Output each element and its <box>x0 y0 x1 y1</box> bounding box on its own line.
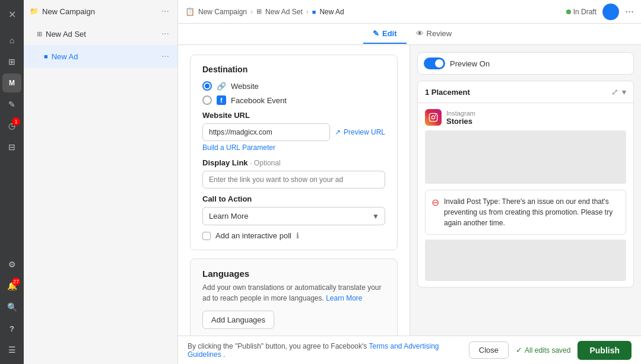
destination-title: Destination <box>202 65 385 74</box>
preview-image-bottom <box>425 240 626 281</box>
placement-title: 1 Placement <box>425 88 470 97</box>
cta-label: Call to Action <box>202 194 385 203</box>
breadcrumb-new-ad: New Ad <box>319 8 344 16</box>
poll-row: Add an interactive poll ℹ <box>202 231 385 240</box>
destination-fb-event-row[interactable]: f Facebook Event <box>202 95 385 105</box>
placement-container: 1 Placement ⤢ ▾ <box>417 81 634 288</box>
languages-description: Add your own translations or automatical… <box>202 282 385 304</box>
learn-more-link[interactable]: Learn More <box>326 294 362 302</box>
ad-set-label: New Ad Set <box>46 30 156 39</box>
avatar[interactable] <box>602 4 619 20</box>
fb-event-label: Facebook Event <box>231 96 287 105</box>
ad-set-icon: ⊞ <box>37 30 42 38</box>
bottom-bar: By clicking the "Publish" button, you ag… <box>178 336 641 364</box>
preview-url-button[interactable]: ↗ Preview URL <box>335 128 385 136</box>
svg-rect-0 <box>429 113 437 121</box>
saved-label: All edits saved <box>525 346 570 355</box>
ig-type-label: Stories <box>446 117 475 126</box>
search-icon[interactable]: 🔍 <box>2 298 21 317</box>
preview-image-top <box>425 130 626 184</box>
poll-checkbox[interactable] <box>202 232 211 240</box>
settings-icon[interactable]: ⚙ <box>2 255 21 274</box>
close-button[interactable]: Close <box>469 341 509 359</box>
tab-edit[interactable]: ✎ Edit <box>363 24 407 44</box>
build-url-param-link[interactable]: Build a URL Parameter <box>202 143 275 152</box>
ad-set-more-btn[interactable]: ··· <box>159 27 172 40</box>
display-link-input[interactable] <box>202 171 385 189</box>
website-url-input[interactable] <box>202 123 330 141</box>
breadcrumb-sep2: › <box>306 8 309 16</box>
error-row: ⊖ Invalid Post Type: There's an issue on… <box>425 190 626 235</box>
languages-section: Languages Add your own translations or a… <box>190 258 398 336</box>
folder-icon: 📁 <box>30 7 39 15</box>
chevron-down-icon[interactable]: ▾ <box>622 87 626 97</box>
display-link-label: Display Link · Optional <box>202 158 385 167</box>
preview-url-label: Preview URL <box>344 128 385 136</box>
breadcrumb: 📋 New Campaign › ⊞ New Ad Set › ■ New Ad <box>185 7 344 16</box>
breadcrumb-ad-set[interactable]: New Ad Set <box>265 8 303 16</box>
breadcrumb-sep1: › <box>250 8 253 16</box>
saved-indicator: ✓ All edits saved <box>516 346 570 355</box>
home-icon[interactable]: ⌂ <box>2 31 21 50</box>
svg-point-1 <box>431 116 434 119</box>
preview-panel: Preview On 1 Placement ⤢ ▾ <box>410 45 641 336</box>
link-icon: 🔗 <box>217 82 226 91</box>
campaign-item-new-ad-set[interactable]: ⊞ New Ad Set ··· <box>24 23 177 45</box>
destination-section: Destination 🔗 Website f Facebook Event W… <box>190 55 398 250</box>
placement-body: Instagram Stories ⊖ Invalid Post Type: T… <box>417 103 634 288</box>
campaign-panel: 📁 New Campaign ··· ⊞ New Ad Set ··· ■ Ne… <box>24 0 178 364</box>
checkmark-icon: ✓ <box>516 346 522 355</box>
review-tab-label: Review <box>427 29 452 38</box>
campaign-item-new-campaign[interactable]: 📁 New Campaign ··· <box>24 0 177 23</box>
new-ad-breadcrumb-icon: ■ <box>312 8 316 15</box>
edit-tab-label: Edit <box>382 29 397 38</box>
destination-radio-group: 🔗 Website f Facebook Event <box>202 81 385 105</box>
edit-icon[interactable]: ✎ <box>2 95 21 114</box>
form-area: Destination 🔗 Website f Facebook Event W… <box>178 45 410 336</box>
breadcrumb-campaign[interactable]: New Campaign <box>198 8 247 16</box>
new-ad-icon: ■ <box>44 53 48 60</box>
cta-select[interactable]: Learn More Shop Now Sign Up Contact Us B… <box>202 207 385 225</box>
preview-toggle[interactable] <box>424 58 445 69</box>
languages-title: Languages <box>202 269 385 279</box>
campaign-item-new-ad[interactable]: ■ New Ad ··· <box>24 45 177 68</box>
user-icon[interactable]: M <box>2 74 21 92</box>
campaign-item-label: New Campaign <box>42 7 156 16</box>
preview-header: Preview On <box>417 52 634 75</box>
disclaimer-start: By clicking the "Publish" button, you ag… <box>188 342 367 350</box>
apps-icon[interactable]: ⊟ <box>2 138 21 157</box>
list-icon[interactable]: ☰ <box>2 340 21 359</box>
close-icon[interactable]: ✕ <box>2 5 21 24</box>
placement-actions: ⤢ ▾ <box>611 87 626 97</box>
campaign-more-btn[interactable]: ··· <box>159 5 172 18</box>
clock-icon[interactable]: ◷ 1 <box>2 116 21 135</box>
add-languages-button[interactable]: Add Languages <box>202 311 274 329</box>
placement-header: 1 Placement ⤢ ▾ <box>417 81 634 103</box>
help-icon[interactable]: ? <box>2 319 21 338</box>
grid-icon[interactable]: ⊞ <box>2 52 21 71</box>
destination-website-row[interactable]: 🔗 Website <box>202 81 385 91</box>
preview-on-label: Preview On <box>450 59 490 68</box>
review-tab-icon: 👁 <box>416 29 424 38</box>
alert-icon[interactable]: 🔔 27 <box>2 276 21 295</box>
expand-icon[interactable]: ⤢ <box>611 87 618 97</box>
new-ad-more-btn[interactable]: ··· <box>159 50 172 63</box>
top-bar-right: In Draft ··· <box>566 4 634 20</box>
tab-review[interactable]: 👁 Review <box>407 24 462 44</box>
fb-event-radio[interactable] <box>202 95 212 105</box>
book-icon: 📋 <box>185 7 195 16</box>
sidebar: ✕ ⌂ ⊞ M ✎ ◷ 1 ⊟ ⚙ 🔔 27 🔍 ? ☰ <box>0 0 24 364</box>
alert-badge: 27 <box>12 277 20 286</box>
website-url-label: Website URL <box>202 111 385 120</box>
body-split: Destination 🔗 Website f Facebook Event W… <box>178 45 641 336</box>
edit-tab-icon: ✎ <box>373 29 379 38</box>
top-bar: 📋 New Campaign › ⊞ New Ad Set › ■ New Ad… <box>178 0 641 24</box>
poll-label: Add an interactive poll <box>215 231 291 240</box>
main-content: 📋 New Campaign › ⊞ New Ad Set › ■ New Ad… <box>178 0 641 364</box>
ig-header: Instagram Stories <box>425 109 626 126</box>
website-radio[interactable] <box>202 81 212 91</box>
disclaimer-end: . <box>223 350 225 359</box>
optional-tag: · Optional <box>250 159 280 167</box>
publish-button[interactable]: Publish <box>577 341 632 360</box>
more-options-icon[interactable]: ··· <box>625 5 634 18</box>
